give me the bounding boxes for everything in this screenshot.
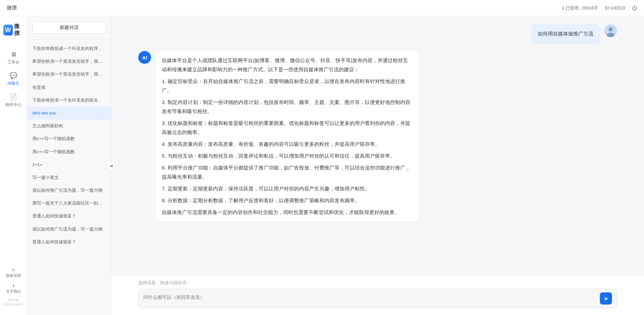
list-item[interactable]: 请以如何推广引流为题，写一篇大纲: [27, 223, 111, 236]
usage-label: 已使用:: [565, 5, 580, 11]
user-message-text: 如何用自媒体做推广引流: [538, 31, 593, 36]
logo-area: W 微撰: [0, 23, 27, 37]
chat-messages: 如何用自媒体做推广引流 AI 自媒体平台是个人或团队通过互联网平台(如博客、微博…: [111, 16, 644, 275]
list-item[interactable]: 你是谁: [27, 81, 111, 94]
new-chat-button[interactable]: 新建对话: [32, 22, 106, 34]
sidebar-item-copyright[interactable]: © 版权说明: [0, 265, 27, 281]
collapse-sidebar-button[interactable]: ◀: [106, 161, 116, 170]
list-item-active[interactable]: who are you: [27, 107, 111, 120]
list-item[interactable]: 用c++写一个随机函数: [27, 132, 111, 145]
ai-chat-label: AI聊天: [7, 81, 19, 86]
input-box-wrap: ➤: [138, 289, 617, 308]
quick-topics-label: 选择话题，快速与我对话：: [138, 280, 617, 286]
drafts-icon: 📄: [10, 93, 17, 101]
about-label: 关于我们: [6, 289, 21, 294]
usage-value: 28318字: [582, 5, 598, 11]
user-message-row: 如何用自媒体做推广引流: [138, 24, 617, 43]
workspace-label: 工作台: [7, 59, 20, 65]
usage-icon: ℹ: [562, 5, 564, 10]
list-item[interactable]: 用c++写一个随机函数: [27, 146, 111, 158]
nav-bottom: © 版权说明 ℹ 关于我们 京ICP备2022015948号: [0, 265, 27, 315]
list-item[interactable]: 下面你将扮演一个名叫圣友的医生: [27, 94, 111, 107]
list-item[interactable]: 写一篇小黄文: [27, 171, 111, 184]
list-item[interactable]: 撰写一篇关于八大家花园社区一刻钟便民生...: [27, 197, 111, 210]
drafts-label: 稿件中心: [5, 102, 22, 108]
list-item[interactable]: 下面你将模拟成一个叫圣友的程序员，我说...: [27, 42, 111, 55]
send-button[interactable]: ➤: [600, 292, 612, 305]
sidebar-item-workspace[interactable]: 🖥 工作台: [0, 47, 27, 69]
input-area: 选择话题，快速与我对话： ➤: [111, 275, 644, 315]
list-item[interactable]: 希望你扮演一个英语发音助手，我提供给你...: [27, 68, 111, 81]
conversation-header: 新建对话: [27, 16, 111, 40]
logo-w-icon: W: [3, 25, 13, 35]
copyright-label: 版权说明: [6, 273, 21, 278]
user-message-bubble: 如何用自媒体做推广引流: [532, 24, 599, 43]
ai-message-row: AI 自媒体平台是个人或团队通过互联网平台(如博客、微博、微信公众号、抖音、快手…: [138, 51, 617, 221]
chat-area: 如何用自媒体做推广引流 AI 自媒体平台是个人或团队通过互联网平台(如博客、微博…: [111, 16, 644, 315]
topbar: 微撰 ℹ 已使用: 28318字 ID:100519 ⏻: [0, 0, 644, 16]
conversation-list: 下面你将模拟成一个叫圣友的程序员，我说... 希望你扮演一个英语发音助手，我提供…: [27, 40, 111, 315]
chat-input[interactable]: [143, 294, 596, 303]
topbar-id: ID:100519: [605, 5, 625, 10]
ai-avatar: AI: [138, 51, 151, 64]
conversation-sidebar: 新建对话 下面你将模拟成一个叫圣友的程序员，我说... 希望你扮演一个英语发音助…: [27, 16, 111, 315]
icp-text: 京ICP备2022015948号: [0, 297, 27, 308]
sidebar-item-about[interactable]: ℹ 关于我们: [0, 281, 27, 297]
workspace-icon: 🖥: [10, 51, 17, 58]
topbar-right-section: ℹ 已使用: 28318字 ID:100519 ⏻: [562, 5, 637, 11]
logout-icon[interactable]: ⏻: [632, 5, 637, 11]
list-item[interactable]: 希望你扮演一个英语发音助手，我提供给你...: [27, 55, 111, 68]
list-item[interactable]: 请以如何推广引流为题，写一篇大纲: [27, 184, 111, 197]
main-layout: W 微撰 🖥 工作台 💬 AI聊天 📄 稿件中心 © 版权说明 ℹ 关于我们 京: [0, 16, 644, 315]
list-item[interactable]: 普通人如何快速致富？: [27, 210, 111, 222]
topbar-usage: ℹ 已使用: 28318字: [562, 5, 598, 11]
ai-message-text: 自媒体平台是个人或团队通过互联网平台(如博客、微博、微信公众号、抖音、快手等)发…: [162, 56, 413, 217]
list-item[interactable]: 普通人如何快速致富？: [27, 236, 111, 248]
list-item[interactable]: 怎么做狗屎炒肉: [27, 120, 111, 132]
copyright-icon: ©: [12, 268, 14, 272]
send-icon: ➤: [604, 295, 608, 302]
user-avatar: [604, 24, 617, 37]
left-nav: W 微撰 🖥 工作台 💬 AI聊天 📄 稿件中心 © 版权说明 ℹ 关于我们 京: [0, 16, 27, 315]
logo-text: 微撰: [14, 23, 24, 37]
list-item[interactable]: 1+1=: [27, 158, 111, 171]
ai-chat-icon: 💬: [10, 72, 17, 79]
sidebar-item-drafts[interactable]: 📄 稿件中心: [0, 90, 27, 111]
topbar-title: 微撰: [7, 5, 17, 11]
about-icon: ℹ: [13, 284, 14, 288]
ai-message-bubble: 自媒体平台是个人或团队通过互联网平台(如博客、微博、微信公众号、抖音、快手等)发…: [156, 51, 419, 221]
sidebar-item-ai-chat[interactable]: 💬 AI聊天: [0, 69, 27, 90]
svg-point-1: [609, 27, 613, 31]
